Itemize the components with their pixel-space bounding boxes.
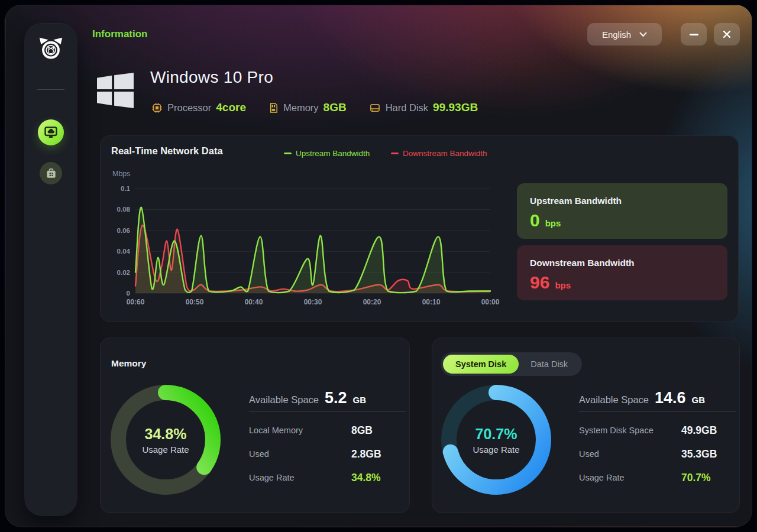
stat-row: Used 2.8GB <box>249 449 409 461</box>
available-unit: GB <box>353 395 367 405</box>
spec-hard-disk: Hard Disk 99.93GB <box>369 101 478 114</box>
upstream-title: Upstream Bandwidth <box>530 196 622 206</box>
cpu-icon <box>151 102 163 113</box>
available-label: Available Space <box>579 394 649 406</box>
stat-label: Local Memory <box>249 426 303 435</box>
network-line-chart: 00.020.040.060.080.100:6000:5000:4000:30… <box>101 177 509 316</box>
spec-value: 8GB <box>323 101 347 114</box>
tab-system-disk[interactable]: System Disk <box>443 355 519 374</box>
upstream-bandwidth-card: Upstream Bandwidth 0 bps <box>517 183 727 239</box>
upstream-value-row: 0 bps <box>530 210 561 231</box>
sidebar-divider <box>37 89 64 90</box>
stat-value: 35.3GB <box>681 448 717 460</box>
app-window: Information English Windows 10 Pro <box>5 5 752 527</box>
upstream-value: 0 <box>530 210 540 231</box>
minimize-icon <box>690 34 698 35</box>
svg-text:00:20: 00:20 <box>363 298 381 306</box>
svg-text:00:50: 00:50 <box>186 298 204 306</box>
stat-value: 34.8% <box>351 472 381 484</box>
briefcase-icon <box>45 167 57 180</box>
spec-label: Hard Disk <box>386 102 428 113</box>
stat-row: Usage Rate 70.7% <box>579 473 739 485</box>
upstream-unit: bps <box>545 218 561 228</box>
legend-downstream[interactable]: Downstream Bandwidth <box>391 149 487 158</box>
os-name: Windows 10 Pro <box>150 68 273 87</box>
disk-usage-caption: Usage Rate <box>473 445 519 455</box>
stat-label: Usage Rate <box>579 473 625 482</box>
stat-label: System Disk Space <box>579 426 654 435</box>
legend-swatch <box>284 153 292 154</box>
memory-card: Memory 34.8% Usage Rate Availa <box>100 338 410 513</box>
stat-row: System Disk Space 49.9GB <box>579 426 739 437</box>
available-label: Available Space <box>249 394 319 406</box>
svg-text:0.02: 0.02 <box>117 269 130 276</box>
memory-chip-icon <box>268 102 279 113</box>
stat-value: 49.9GB <box>681 424 717 437</box>
available-unit: GB <box>692 395 706 405</box>
svg-text:00:00: 00:00 <box>481 298 500 306</box>
memory-usage-percent: 34.8% <box>145 426 187 443</box>
svg-text:0.06: 0.06 <box>117 227 130 234</box>
stat-value: 8GB <box>351 424 373 437</box>
svg-text:00:30: 00:30 <box>304 298 322 306</box>
language-selector[interactable]: English <box>587 23 662 46</box>
disk-usage-percent: 70.7% <box>475 426 517 443</box>
legend-label: Upstream Bandwidth <box>296 149 370 158</box>
sidebar <box>24 23 77 516</box>
memory-usage-donut: 34.8% Usage Rate <box>106 381 225 499</box>
memory-usage-caption: Usage Rate <box>142 445 189 455</box>
available-value: 5.2 <box>325 389 347 407</box>
spec-value: 4core <box>216 101 246 114</box>
svg-text:00:10: 00:10 <box>422 298 441 306</box>
spec-processor: Processor 4core <box>151 101 246 114</box>
tab-data-disk[interactable]: Data Disk <box>519 359 580 369</box>
downstream-value-row: 96 bps <box>530 273 571 293</box>
disk-available-space: Available Space 14.6 GB <box>579 389 705 407</box>
sidebar-item-toolbox[interactable] <box>40 162 62 184</box>
downstream-title: Downstream Bandwidth <box>530 258 635 268</box>
legend-swatch <box>391 153 399 154</box>
close-icon <box>723 30 731 38</box>
app-screen: Information English Windows 10 Pro <box>0 0 757 532</box>
y-axis-unit: Mbps <box>112 170 131 178</box>
spec-label: Processor <box>167 102 211 113</box>
language-value: English <box>602 30 631 40</box>
hard-disk-icon <box>369 102 381 113</box>
svg-text:0: 0 <box>127 290 130 297</box>
downstream-unit: bps <box>555 280 571 290</box>
downstream-value: 96 <box>530 273 549 293</box>
available-value: 14.6 <box>655 389 686 407</box>
close-button[interactable] <box>714 23 740 46</box>
minimize-button[interactable] <box>681 23 707 46</box>
network-title: Real-Time Network Data <box>111 145 223 157</box>
stat-row: Used 35.3GB <box>579 449 739 461</box>
memory-available-space: Available Space 5.2 GB <box>249 389 366 407</box>
memory-title: Memory <box>111 358 146 369</box>
svg-text:0.1: 0.1 <box>121 185 131 192</box>
divider <box>579 411 736 412</box>
stat-label: Used <box>579 449 599 459</box>
network-card: Real-Time Network Data Upstream Bandwidt… <box>100 135 739 322</box>
windows-logo-icon <box>97 69 134 112</box>
monitor-cloud-icon <box>43 125 59 140</box>
disk-usage-donut: 70.7% Usage Rate <box>437 381 555 499</box>
downstream-bandwidth-card: Downstream Bandwidth 96 bps <box>517 245 727 300</box>
svg-text:0.08: 0.08 <box>117 206 131 213</box>
spec-label: Memory <box>283 102 319 113</box>
stat-value: 2.8GB <box>351 448 381 460</box>
stat-label: Usage Rate <box>249 473 295 482</box>
stat-value: 70.7% <box>681 472 711 484</box>
disk-card: System Disk Data Disk 70.7% Usage Rate <box>432 338 740 513</box>
svg-text:0.04: 0.04 <box>117 248 131 255</box>
legend-upstream[interactable]: Upstream Bandwidth <box>284 149 370 158</box>
pig-logo-icon <box>38 36 63 61</box>
stat-label: Used <box>249 449 269 459</box>
spec-value: 99.93GB <box>433 101 478 114</box>
chevron-down-icon <box>639 32 647 37</box>
sidebar-item-monitor[interactable] <box>38 119 64 145</box>
svg-text:00:60: 00:60 <box>127 298 145 306</box>
svg-text:00:40: 00:40 <box>245 298 263 306</box>
spec-memory: Memory 8GB <box>268 101 347 114</box>
disk-tabs: System Disk Data Disk <box>441 352 582 376</box>
system-specs: Processor 4core Memory 8GB Hard Disk <box>151 101 478 114</box>
